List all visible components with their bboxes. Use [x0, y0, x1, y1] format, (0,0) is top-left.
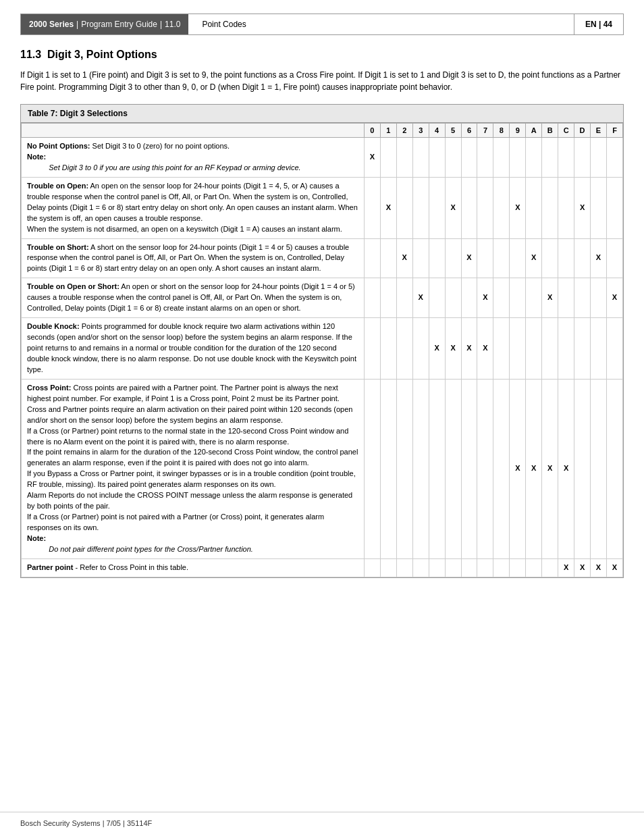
cell-col-0	[364, 379, 380, 558]
cell-col-E	[591, 278, 607, 318]
cell-col-C: X	[558, 558, 574, 577]
cell-col-0: X	[364, 138, 380, 178]
main-content: 11.3 Digit 3, Point Options If Digit 1 i…	[20, 49, 624, 578]
cell-col-3: X	[412, 278, 429, 318]
cell-col-F	[606, 379, 622, 558]
section-heading: 11.3 Digit 3, Point Options	[20, 49, 624, 61]
cell-col-9: X	[510, 379, 526, 558]
intro-text: If Digit 1 is set to 1 (Fire point) and …	[20, 69, 624, 93]
cell-col-A	[526, 177, 542, 238]
cell-col-C	[558, 138, 574, 178]
lang-label: EN	[585, 20, 597, 29]
cell-col-A	[526, 558, 542, 577]
cell-col-3	[412, 379, 429, 558]
table-row: Double Knock: Points programmed for doub…	[22, 318, 623, 380]
header-left: 2000 Series | Program Entry Guide | 11.0	[21, 14, 188, 34]
col-header-2: 2	[396, 124, 412, 138]
cell-col-6: X	[461, 238, 477, 278]
table-row: Trouble on Short: A short on the sensor …	[22, 238, 623, 278]
cell-col-E	[591, 318, 607, 380]
table-row: No Point Options: Set Digit 3 to 0 (zero…	[22, 138, 623, 178]
cell-col-D	[574, 138, 591, 178]
cell-col-2	[396, 278, 412, 318]
cell-col-4	[429, 278, 445, 318]
cell-col-C	[558, 278, 574, 318]
cell-col-4	[429, 238, 445, 278]
cell-col-B	[542, 238, 558, 278]
cell-col-A	[526, 138, 542, 178]
cell-col-B	[542, 318, 558, 380]
cell-col-6	[461, 177, 477, 238]
col-header-0: 0	[364, 124, 380, 138]
cell-col-4	[429, 558, 445, 577]
cell-col-A	[526, 278, 542, 318]
cell-col-0	[364, 238, 380, 278]
cell-col-2	[396, 558, 412, 577]
cell-col-F	[606, 177, 622, 238]
cell-col-3	[412, 238, 429, 278]
cell-col-8	[493, 318, 510, 380]
cell-col-B: X	[542, 278, 558, 318]
cell-col-B: X	[542, 379, 558, 558]
cell-col-D	[574, 318, 591, 380]
cell-col-0	[364, 177, 380, 238]
cell-col-1	[380, 238, 396, 278]
cell-col-9	[510, 238, 526, 278]
cell-col-C	[558, 318, 574, 380]
cell-col-5	[445, 379, 461, 558]
cell-col-0	[364, 558, 380, 577]
cell-col-7	[477, 138, 493, 178]
cell-col-2	[396, 318, 412, 380]
cell-col-0	[364, 278, 380, 318]
col-header-4: 4	[429, 124, 445, 138]
cell-col-1	[380, 318, 396, 380]
cell-col-6: X	[461, 318, 477, 380]
cell-col-D	[574, 278, 591, 318]
cell-col-B	[542, 177, 558, 238]
cell-col-5: X	[445, 318, 461, 380]
col-header-3: 3	[412, 124, 429, 138]
cell-col-1: X	[380, 177, 396, 238]
col-header-F: F	[606, 124, 622, 138]
col-header-8: 8	[493, 124, 510, 138]
cell-col-A	[526, 318, 542, 380]
cell-col-F	[606, 138, 622, 178]
cell-col-D	[574, 379, 591, 558]
cell-col-2: X	[396, 238, 412, 278]
cell-col-A: X	[526, 379, 542, 558]
col-header-7: 7	[477, 124, 493, 138]
version-label: 11.0	[165, 20, 180, 29]
cell-col-D: X	[574, 558, 591, 577]
cell-col-0	[364, 318, 380, 380]
row-description: Trouble on Open: An open on the sensor l…	[22, 177, 365, 238]
row-description: Trouble on Short: A short on the sensor …	[22, 238, 365, 278]
series-label: 2000 Series	[29, 20, 74, 29]
cell-col-5	[445, 238, 461, 278]
cell-col-7: X	[477, 318, 493, 380]
page-header: 2000 Series | Program Entry Guide | 11.0…	[20, 14, 624, 35]
col-header-E: E	[591, 124, 607, 138]
cell-col-6	[461, 379, 477, 558]
cell-col-7	[477, 238, 493, 278]
column-header-row: 0 1 2 3 4 5 6 7 8 9 A B C D E F	[22, 124, 623, 138]
table-title: Table 7: Digit 3 Selections	[21, 105, 623, 123]
cell-col-9: X	[510, 177, 526, 238]
col-header-5: 5	[445, 124, 461, 138]
cell-col-6	[461, 558, 477, 577]
cell-col-F	[606, 318, 622, 380]
cell-col-5	[445, 138, 461, 178]
cell-col-8	[493, 379, 510, 558]
cell-col-C: X	[558, 379, 574, 558]
header-center: Point Codes	[188, 14, 574, 34]
guide-label: Program Entry Guide	[81, 20, 157, 29]
cell-col-C	[558, 177, 574, 238]
cell-col-C	[558, 238, 574, 278]
col-header-C: C	[558, 124, 574, 138]
header-separator1: |	[76, 20, 78, 29]
cell-col-7	[477, 177, 493, 238]
cell-col-D	[574, 238, 591, 278]
cell-col-6	[461, 278, 477, 318]
table-container: Table 7: Digit 3 Selections 0 1 2 3 4 5 …	[20, 104, 624, 578]
cell-col-E	[591, 177, 607, 238]
cell-col-B	[542, 138, 558, 178]
